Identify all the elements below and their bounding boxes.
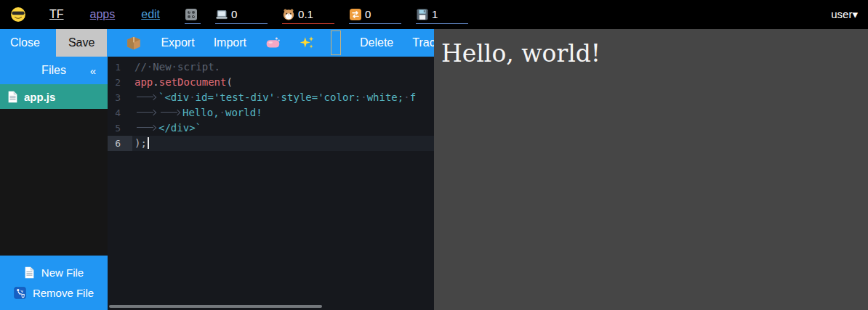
save-button[interactable]: Save bbox=[56, 29, 107, 57]
floppy-indicator[interactable]: 1 bbox=[416, 5, 468, 24]
repeat-indicator-value: 0 bbox=[365, 8, 371, 20]
laptop-icon bbox=[215, 8, 228, 21]
line-number: 1 bbox=[108, 60, 132, 75]
line-number: 4 bbox=[108, 105, 132, 121]
sunglasses-face-icon[interactable] bbox=[10, 7, 26, 23]
repeat-icon bbox=[349, 8, 362, 21]
repeat-indicator[interactable]: 0 bbox=[349, 5, 401, 24]
code-text: //·New·script. bbox=[132, 60, 220, 75]
close-button[interactable]: Close bbox=[10, 36, 40, 49]
nav-link-apps[interactable]: apps bbox=[90, 8, 116, 21]
line-number: 2 bbox=[108, 75, 132, 90]
sidebar-collapse-button[interactable]: « bbox=[90, 65, 96, 77]
empty-toolbar-box[interactable] bbox=[331, 30, 341, 55]
preview-text: Hello, world! bbox=[441, 39, 600, 68]
remove-file-label: Remove File bbox=[33, 287, 94, 299]
laptop-indicator[interactable]: 0 bbox=[215, 5, 268, 24]
files-header: Files « bbox=[0, 57, 108, 84]
new-file-button[interactable]: New File bbox=[0, 266, 108, 279]
file-actions: New File Remove File bbox=[0, 256, 108, 310]
line-number: 5 bbox=[108, 121, 132, 136]
status-indicators: 0 0.1 0 bbox=[185, 5, 468, 24]
sparkles-icon[interactable] bbox=[299, 35, 315, 51]
new-file-label: New File bbox=[41, 266, 84, 279]
main-area: Close Save Export Import bbox=[0, 29, 868, 310]
control-knobs-icon bbox=[185, 8, 198, 21]
code-line[interactable]: 5</div>` bbox=[108, 121, 434, 136]
line-number: 3 bbox=[108, 90, 132, 105]
code-text: </div>` bbox=[132, 121, 201, 136]
tab-whitespace-icon bbox=[134, 123, 158, 131]
control-knobs-indicator[interactable] bbox=[185, 5, 201, 24]
soap-icon[interactable] bbox=[265, 35, 281, 51]
code-text: `<div·id='test-div'·style='color:·white;… bbox=[132, 90, 416, 105]
new-file-icon bbox=[24, 266, 35, 279]
laptop-indicator-value: 0 bbox=[231, 8, 237, 20]
tab-whitespace-icon bbox=[134, 107, 158, 116]
hamster-icon bbox=[282, 8, 295, 21]
remove-file-button[interactable]: Remove File bbox=[0, 287, 108, 299]
code-line[interactable]: 1//·New·script. bbox=[108, 60, 434, 75]
files-sidebar: Files « app.js bbox=[0, 57, 108, 310]
nav-link-tf[interactable]: TF bbox=[49, 8, 64, 21]
hamster-indicator-value: 0.1 bbox=[298, 8, 313, 20]
preview-panel: Hello, world! bbox=[434, 29, 868, 310]
file-item-appjs[interactable]: app.js bbox=[0, 84, 108, 109]
text-cursor bbox=[148, 137, 149, 149]
file-item-label: app.js bbox=[24, 91, 55, 103]
editor-pane: Close Save Export Import bbox=[0, 29, 434, 310]
files-header-label: Files bbox=[41, 64, 66, 77]
sidebar-filler bbox=[0, 109, 108, 256]
line-number: 6 bbox=[108, 136, 132, 151]
floppy-disk-icon bbox=[416, 8, 429, 21]
editor-toolbar: Close Save Export Import bbox=[0, 29, 434, 57]
code-line[interactable]: 4Hello,·world! bbox=[108, 105, 434, 121]
export-button[interactable]: Export bbox=[161, 36, 194, 49]
code-line[interactable]: 3`<div·id='test-div'·style='color:·white… bbox=[108, 90, 434, 105]
user-menu[interactable]: user▾ bbox=[831, 8, 858, 21]
code-editor[interactable]: 1//·New·script.2app.setDocument(3`<div·i… bbox=[108, 57, 434, 310]
code-line[interactable]: 6); bbox=[108, 136, 434, 151]
code-text: ); bbox=[132, 136, 149, 151]
tab-whitespace-icon bbox=[158, 107, 182, 116]
topbar-links: TF apps edit bbox=[49, 8, 160, 21]
import-button[interactable]: Import bbox=[214, 36, 246, 49]
package-icon[interactable] bbox=[126, 35, 142, 51]
code-line[interactable]: 2app.setDocument( bbox=[108, 75, 434, 90]
nav-link-edit[interactable]: edit bbox=[141, 8, 160, 21]
code-text: Hello,·world! bbox=[132, 105, 262, 121]
code-text: app.setDocument( bbox=[132, 75, 233, 90]
remove-file-icon bbox=[14, 287, 26, 299]
topbar: TF apps edit 0 bbox=[0, 0, 868, 29]
floppy-indicator-value: 1 bbox=[432, 8, 438, 20]
workspace: Files « app.js bbox=[0, 57, 434, 310]
code-lines: 1//·New·script.2app.setDocument(3`<div·i… bbox=[108, 60, 434, 151]
hamster-indicator[interactable]: 0.1 bbox=[282, 5, 334, 24]
file-icon bbox=[7, 91, 18, 103]
delete-button[interactable]: Delete bbox=[360, 36, 393, 49]
horizontal-scrollbar[interactable] bbox=[109, 305, 322, 308]
tab-whitespace-icon bbox=[134, 92, 158, 101]
